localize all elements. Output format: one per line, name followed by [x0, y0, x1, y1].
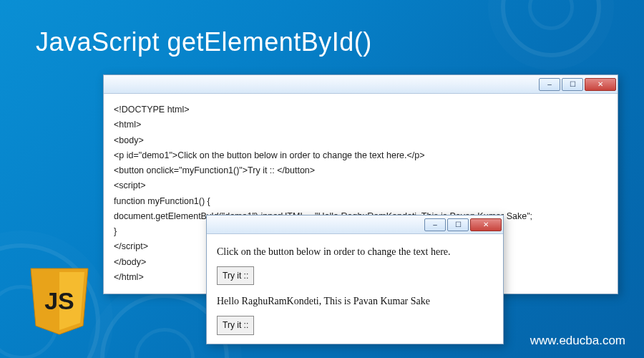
svg-text:JS: JS	[44, 287, 74, 314]
close-icon[interactable]: ✕	[470, 218, 502, 231]
page-title: JavaScript getElementById()	[36, 27, 372, 57]
close-icon[interactable]: ✕	[585, 78, 616, 91]
code-line: <p id="demo1">Click on the button below …	[114, 148, 608, 163]
output-text: Click on the button below in order to ch…	[217, 243, 493, 262]
minimize-icon[interactable]: –	[539, 78, 560, 91]
code-line: <!DOCTYPE html>	[114, 102, 608, 117]
output-content: Click on the button below in order to ch…	[207, 234, 503, 344]
site-url: www.educba.com	[530, 334, 625, 348]
maximize-icon[interactable]: ☐	[447, 218, 469, 231]
try-it-button[interactable]: Try it ::	[217, 316, 254, 335]
minimize-icon[interactable]: –	[424, 218, 446, 231]
titlebar: – ☐ ✕	[207, 216, 503, 234]
js-logo-icon: JS	[27, 265, 92, 337]
code-line: function myFunction1() {	[114, 194, 608, 209]
bg-gear-decoration	[501, 0, 601, 57]
code-line: <script>	[114, 178, 608, 193]
output-text: Hello RaghuRamKondeti, This is Pavan Kum…	[217, 292, 493, 311]
maximize-icon[interactable]: ☐	[562, 78, 583, 91]
code-line: <body>	[114, 133, 608, 148]
try-it-button[interactable]: Try it ::	[217, 266, 254, 286]
titlebar: – ☐ ✕	[104, 75, 618, 94]
code-line: <html>	[114, 117, 608, 132]
output-window: – ☐ ✕ Click on the button below in order…	[206, 215, 504, 344]
code-line: <button onclick="myFunction1()">Try it :…	[114, 163, 608, 178]
